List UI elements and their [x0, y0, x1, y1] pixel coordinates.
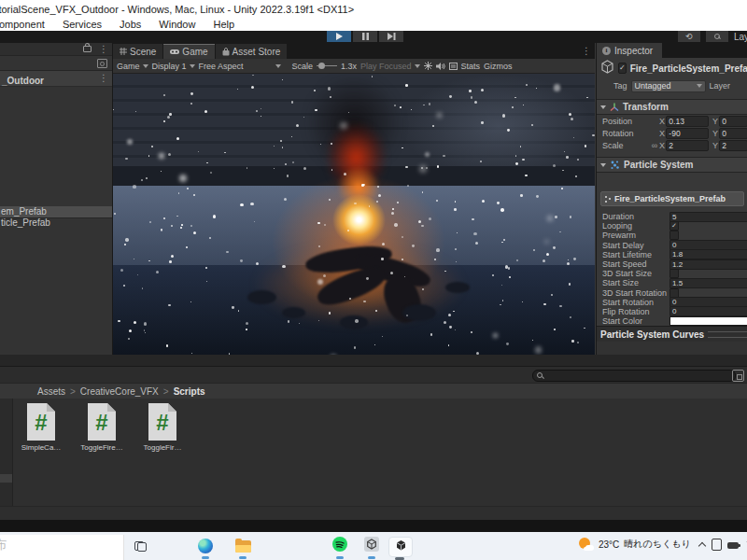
foldout-icon[interactable]: [600, 105, 606, 109]
chevron-down-icon: [143, 64, 148, 68]
project-folders-column[interactable]: [0, 399, 13, 506]
breadcrumb-item[interactable]: CreativeCore_VFX: [80, 386, 159, 397]
breadcrumb-item[interactable]: Scripts: [174, 386, 205, 397]
transform-component-header[interactable]: Transform: [597, 99, 747, 115]
hierarchy-item[interactable]: ticle_Prefab: [0, 217, 112, 229]
constrain-proportions-icon[interactable]: ∞: [650, 141, 659, 150]
play-focused-dropdown[interactable]: Play Focused: [360, 62, 420, 71]
transform-y-field[interactable]: 0: [719, 116, 747, 127]
ps-value-field[interactable]: 1.5: [669, 278, 747, 288]
tab-inspector[interactable]: i Inspector: [597, 43, 662, 58]
history-button[interactable]: ⟲: [678, 31, 700, 42]
play-button[interactable]: [327, 31, 351, 42]
ps-property-value: 1.2: [669, 259, 747, 270]
gear-icon[interactable]: [424, 62, 432, 70]
foldout-icon[interactable]: [600, 163, 606, 167]
transform-icon: [610, 99, 619, 116]
panel-menu-icon[interactable]: ⋮: [99, 44, 108, 54]
drag-handle[interactable]: [708, 331, 747, 338]
asset-item[interactable]: #ToggleFir…: [140, 402, 185, 452]
overlay-glyph: 布: [0, 538, 7, 552]
svg-text:#: #: [35, 410, 47, 435]
ps-value-field[interactable]: 1.2: [669, 259, 747, 270]
layers-dropdown[interactable]: Layer: [734, 32, 747, 42]
transform-row: PositionX0.13Y0: [597, 115, 747, 127]
particle-system-module-header[interactable]: Fire_ParticleSystem_Prefab: [600, 191, 744, 206]
ps-value-field[interactable]: 5: [669, 212, 747, 222]
menu-item-jobs[interactable]: Jobs: [120, 19, 141, 31]
menu-item-help[interactable]: Help: [213, 19, 234, 31]
step-button[interactable]: [379, 31, 403, 42]
tab-game[interactable]: Game: [163, 44, 214, 59]
asset-label: ToggleFir…: [144, 443, 182, 452]
asset-store-bag-icon: [222, 48, 230, 56]
edge-button[interactable]: [194, 537, 217, 555]
particle-system-curves-bar[interactable]: Particle System Curves: [597, 326, 747, 342]
search-button[interactable]: [706, 31, 728, 42]
search-window-icon[interactable]: [97, 59, 107, 68]
ps-property-row: Start Rotation0: [597, 298, 747, 307]
cube-icon[interactable]: [600, 60, 614, 77]
display-dropdown[interactable]: Display 1: [152, 62, 195, 71]
hierarchy-scene-header[interactable]: _Outdoor ⋮: [0, 71, 112, 87]
tab-scene[interactable]: Scene: [113, 44, 162, 59]
tab-asset-store[interactable]: Asset Store: [216, 44, 288, 59]
pause-button[interactable]: [353, 31, 377, 42]
transform-x-field[interactable]: 2: [666, 140, 709, 151]
game-panel-menu-icon[interactable]: ⋮: [582, 46, 591, 56]
ps-property-name: Flip Rotation: [602, 307, 669, 316]
search-by-type-icon[interactable]: [732, 370, 744, 382]
color-swatch[interactable]: [669, 316, 747, 326]
ps-checkbox[interactable]: [669, 231, 679, 240]
asset-item[interactable]: #ToggleFire…: [79, 402, 124, 452]
transform-y-field[interactable]: 2: [719, 140, 747, 151]
scale-slider-knob[interactable]: [318, 63, 325, 69]
lock-icon[interactable]: [83, 46, 92, 52]
breadcrumb-item[interactable]: Assets: [37, 386, 65, 397]
ps-value-field[interactable]: 0: [669, 306, 747, 316]
tag-label: Tag: [613, 81, 627, 91]
hierarchy-item[interactable]: em_Prefab: [0, 206, 112, 217]
asset-item[interactable]: #SimpleCa…: [19, 402, 63, 452]
game-viewport[interactable]: [113, 74, 595, 355]
asset-label: ToggleFire…: [80, 443, 122, 452]
tag-dropdown[interactable]: Untagged: [631, 80, 706, 92]
project-content[interactable]: #SimpleCa…#ToggleFire…#ToggleFir…: [0, 399, 747, 506]
chevron-up-icon[interactable]: [698, 541, 706, 549]
scene-menu-icon[interactable]: ⋮: [99, 73, 108, 83]
unity-hub-button[interactable]: [360, 537, 383, 555]
menu-item-component[interactable]: Component: [0, 19, 45, 31]
window-titlebar[interactable]: TutorialScene_VFX_Outdoor - Windows, Mac…: [0, 0, 747, 19]
csharp-script-icon: #: [146, 402, 179, 441]
phone-icon[interactable]: [712, 539, 722, 551]
gameobject-name[interactable]: Fire_ParticleSystem_Prefab: [630, 63, 747, 74]
ps-checkbox[interactable]: [669, 269, 679, 278]
ps-checkbox[interactable]: [669, 288, 679, 298]
menu-item-window[interactable]: Window: [159, 19, 195, 31]
task-view-button[interactable]: [129, 537, 151, 555]
weather-widget[interactable]: 23°C 晴れのちくもり: [579, 537, 691, 552]
game-view-dropdown[interactable]: Game: [117, 62, 148, 71]
particle-system-component-header[interactable]: Particle System: [597, 157, 747, 173]
transform-x-field[interactable]: -90: [666, 128, 709, 139]
gizmos-dropdown[interactable]: Gizmos: [484, 62, 513, 71]
tag-layer-row: Tag Untagged Layer: [597, 78, 747, 93]
capture-icon[interactable]: [449, 63, 458, 70]
weather-temp: 23°C: [599, 539, 619, 550]
project-search-input[interactable]: [532, 370, 736, 382]
ps-checkbox[interactable]: ✓: [669, 221, 679, 231]
mute-audio-icon[interactable]: [436, 63, 445, 70]
active-checkbox[interactable]: ✓: [618, 63, 627, 74]
spotify-button[interactable]: [329, 537, 351, 555]
task-view-icon: [134, 541, 147, 552]
transform-y-field[interactable]: 0: [719, 128, 747, 139]
stats-toggle[interactable]: Stats: [461, 62, 481, 71]
inspector-tab-strip: i Inspector: [597, 43, 747, 58]
transform-x-field[interactable]: 0.13: [666, 116, 709, 127]
unity-editor-button[interactable]: [388, 537, 413, 557]
menu-item-services[interactable]: Services: [63, 19, 102, 31]
aspect-dropdown[interactable]: Free Aspect: [199, 62, 281, 71]
scale-slider[interactable]: [317, 65, 337, 66]
battery-icon[interactable]: [727, 542, 739, 549]
file-explorer-button[interactable]: [232, 537, 254, 555]
